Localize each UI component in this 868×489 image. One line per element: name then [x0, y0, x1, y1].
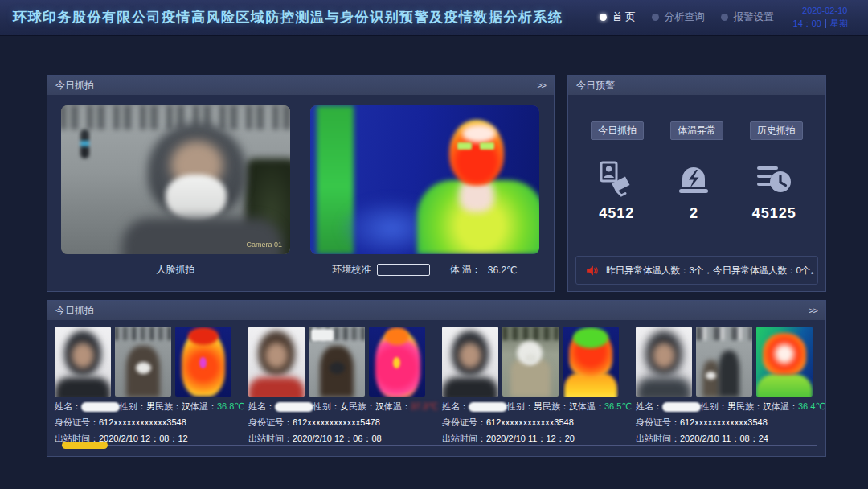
thermal-thumbnail[interactable] [563, 327, 619, 397]
today-capture-panel: 今日抓拍 >> Camera 01 [47, 75, 555, 292]
record-thumbnails [636, 327, 819, 397]
nav-item-home[interactable]: 首 页 [600, 10, 635, 24]
thermal-thumbnail[interactable] [369, 327, 425, 397]
id-photo-thumbnail[interactable] [442, 327, 498, 397]
art-layer [115, 327, 171, 340]
abnormal-temp-notice: 昨日异常体温人数：3个，今日异常体温人数：0个。 [575, 256, 818, 285]
warning-stats: 4512 2 45125 [568, 158, 825, 222]
horn-icon [585, 264, 599, 277]
thermal-thumbnail[interactable] [756, 327, 813, 397]
art-layer [502, 327, 559, 340]
ethnic-label: 民族： [736, 401, 763, 413]
id-number-value: 612xxxxxxxxxxxx5478 [293, 417, 380, 429]
name-label: 姓名： [248, 401, 275, 413]
art-layer [763, 333, 806, 375]
capture-body: Camera 01 [47, 95, 554, 254]
art-layer [525, 354, 537, 364]
nav-home-dot-icon [600, 14, 607, 21]
capture-record-2: 姓名： 性别：女 民族：汉 体温：37.3℃ 身份证号：612xxxxxxxxx… [248, 327, 432, 445]
record-thumbnails [55, 327, 238, 397]
scrollbar-thumb[interactable] [62, 442, 108, 449]
records-panel-title: 今日抓拍 [55, 304, 94, 318]
today-warning-panel: 今日预警 今日抓拍 体温异常 历史抓拍 4512 [567, 75, 826, 292]
art-layer [393, 357, 400, 368]
art-layer [330, 362, 345, 374]
capture-record-1: 姓名： 性别：男 民族：汉 体温：36.8℃ 身份证号：612xxxxxxxxx… [55, 327, 238, 445]
art-layer [72, 343, 94, 368]
scene-capture-thumbnail[interactable] [115, 327, 171, 397]
gender-label: 性别： [701, 401, 727, 413]
warning-buttons: 今日抓拍 体温异常 历史抓拍 [568, 121, 825, 140]
temp-value: 36.8℃ [217, 401, 244, 413]
record-info-line: 身份证号：612xxxxxxxxxxxx3548 [636, 417, 819, 429]
art-layer [199, 357, 207, 368]
today-capture-button[interactable]: 今日抓拍 [591, 121, 644, 140]
scene-capture-thumbnail[interactable] [502, 327, 559, 397]
datetime-display: 2020-02-10 14：00 星期一 [793, 5, 857, 30]
body-temp-label: 体 温： [449, 263, 481, 277]
scene-capture-thumbnail[interactable] [696, 327, 752, 397]
records-scrollbar[interactable] [62, 442, 817, 449]
env-calibration-input[interactable] [377, 264, 430, 276]
record-info-line: 身份证号：612xxxxxxxxxxxx3548 [442, 417, 625, 429]
today-records-panel: 今日抓拍 >> [47, 300, 826, 457]
warning-panel-title: 今日预警 [576, 79, 615, 92]
scene-art-layer [122, 218, 283, 254]
record-thumbnails [248, 327, 432, 397]
id-number-value: 612xxxxxxxxxxxx3548 [680, 417, 768, 429]
art-layer [188, 327, 219, 345]
name-label: 姓名： [55, 401, 81, 413]
temp-label: 体温： [578, 401, 604, 413]
date-text: 2020-02-10 [793, 5, 857, 17]
scene-art-layer [61, 105, 290, 129]
record-info-line: 姓名： 性别：男 民族：汉 体温：36.4℃ [636, 401, 819, 413]
capture-record-4: 姓名： 性别：男 民族：汉 体温：36.4℃ 身份证号：612xxxxxxxxx… [636, 327, 819, 445]
weekday-text: 星期一 [830, 18, 857, 30]
record-thumbnails [442, 327, 625, 397]
records-panel-expand-icon[interactable]: >> [809, 306, 817, 315]
history-capture-button[interactable]: 历史抓拍 [750, 121, 803, 140]
id-photo-thumbnail[interactable] [248, 327, 305, 397]
thermal-capture-image [310, 105, 539, 254]
id-photo-thumbnail[interactable] [636, 327, 692, 397]
temp-label: 体温： [384, 401, 411, 413]
thermal-caption: 环境校准 体 温：36.2℃ [310, 263, 539, 277]
thermal-art-layer [480, 142, 494, 150]
art-layer [636, 377, 692, 397]
ethnic-value: 汉 [375, 401, 384, 413]
capture-record-3: 姓名： 性别：男 民族：汉 体温：36.5℃ 身份证号：612xxxxxxxxx… [442, 327, 625, 445]
id-number-label: 身份证号： [442, 417, 486, 429]
face-capture-image: Camera 01 [61, 105, 290, 254]
nav-item-alarm-settings[interactable]: 报警设置 [721, 10, 774, 24]
datetime-divider [825, 19, 826, 28]
scrollbar-track[interactable] [62, 445, 817, 446]
body-temp-value: 36.2℃ [488, 265, 518, 276]
id-number-value: 612xxxxxxxxxxxx3548 [486, 417, 574, 429]
ethnic-label: 民族： [155, 401, 182, 413]
art-layer [136, 362, 151, 374]
gender-value: 男 [146, 401, 155, 413]
thermal-art-layer [457, 142, 472, 150]
temp-abnormal-count: 2 [674, 205, 713, 222]
thermal-thumbnail[interactable] [175, 327, 231, 397]
art-layer [311, 329, 334, 341]
temp-abnormal-stat: 2 [674, 158, 713, 222]
temp-abnormal-button[interactable]: 体温异常 [670, 121, 723, 140]
id-number-label: 身份证号： [55, 417, 99, 429]
time-row: 14：00 星期一 [793, 18, 857, 30]
art-layer [653, 343, 675, 368]
scene-art-layer [166, 175, 227, 221]
art-layer [696, 327, 752, 340]
name-label: 姓名： [636, 401, 662, 413]
art-layer [573, 327, 608, 348]
nav-item-analysis-query[interactable]: 分析查询 [652, 10, 705, 24]
scene-capture-thumbnail[interactable] [309, 327, 365, 397]
id-photo-thumbnail[interactable] [55, 327, 111, 397]
nav-alarm-label: 报警设置 [734, 10, 774, 24]
top-nav: 首 页 分析查询 报警设置 2020-02-10 14：00 星期一 [600, 5, 857, 30]
nav-analysis-label: 分析查询 [665, 10, 705, 24]
capture-panel-expand-icon[interactable]: >> [537, 80, 546, 90]
art-layer [706, 372, 716, 380]
gender-value: 男 [534, 401, 542, 413]
alarm-icon [674, 158, 713, 199]
